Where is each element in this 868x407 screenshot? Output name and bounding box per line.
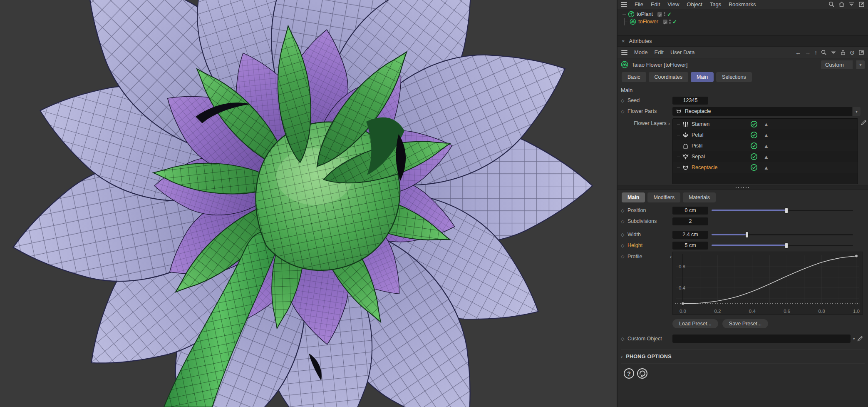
- hamburger-menu-icon[interactable]: [621, 2, 627, 7]
- menu-view[interactable]: View: [667, 1, 679, 7]
- param-diamond-icon[interactable]: ◇: [621, 254, 627, 259]
- object-name[interactable]: toPlant: [637, 11, 653, 17]
- layer-enabled-check-icon[interactable]: [750, 142, 758, 150]
- layer-solo-triangle-icon[interactable]: ▲: [764, 143, 769, 149]
- layer-solo-triangle-icon[interactable]: ▲: [764, 165, 769, 171]
- layer-toggle-icon[interactable]: [663, 20, 667, 24]
- svg-text:0.4: 0.4: [749, 309, 756, 314]
- layer-solo-triangle-icon[interactable]: ▲: [764, 132, 769, 138]
- param-diamond-icon[interactable]: ◇: [621, 336, 627, 342]
- enabled-check-icon[interactable]: ✓: [667, 11, 672, 17]
- custom-object-input[interactable]: [672, 335, 851, 343]
- 3d-viewport[interactable]: [0, 0, 617, 407]
- chevron-right-icon[interactable]: ›: [668, 120, 670, 127]
- close-icon[interactable]: ×: [622, 38, 625, 44]
- lock-icon[interactable]: [840, 50, 846, 55]
- layer-solo-triangle-icon[interactable]: ▲: [764, 121, 769, 127]
- subdivisions-input[interactable]: 2: [672, 217, 708, 225]
- param-diamond-icon[interactable]: ◇: [621, 232, 627, 237]
- forward-arrow-icon[interactable]: →: [805, 49, 811, 56]
- menu-edit[interactable]: Edit: [651, 1, 660, 7]
- menu-file[interactable]: File: [635, 1, 643, 7]
- height-input[interactable]: 5 cm: [672, 242, 708, 250]
- param-diamond-icon[interactable]: ◇: [621, 243, 627, 248]
- attr-menu-userdata[interactable]: User Data: [670, 49, 695, 55]
- pick-object-pencil-icon[interactable]: [857, 335, 863, 342]
- menu-object[interactable]: Object: [687, 1, 702, 7]
- filter-icon[interactable]: [831, 50, 836, 55]
- load-preset-button[interactable]: Load Preset...: [672, 319, 718, 328]
- slider-knob[interactable]: [746, 232, 748, 237]
- hamburger-menu-icon[interactable]: [621, 50, 627, 55]
- custom-object-dropdown-arrow[interactable]: ▾: [853, 337, 855, 341]
- track-object-icon[interactable]: ⊙: [850, 49, 855, 56]
- flower-parts-dropdown[interactable]: Receptacle: [672, 107, 852, 116]
- layer-solo-triangle-icon[interactable]: ▲: [764, 154, 769, 160]
- tab-coordinates[interactable]: Coordinates: [649, 72, 688, 82]
- param-diamond-icon[interactable]: ◇: [621, 219, 627, 224]
- pick-object-pencil-icon[interactable]: [861, 119, 867, 126]
- seed-input[interactable]: 12345: [672, 97, 708, 105]
- back-arrow-icon[interactable]: ←: [795, 49, 801, 56]
- layer-enabled-check-icon[interactable]: [750, 131, 758, 139]
- width-slider[interactable]: [712, 232, 853, 237]
- attr-menu-edit[interactable]: Edit: [655, 49, 664, 55]
- profile-curve-plot[interactable]: 0.00.20.40.60.81.00.40.8: [673, 252, 863, 315]
- layer-enabled-check-icon[interactable]: [750, 164, 758, 171]
- param-diamond-icon[interactable]: ◇: [621, 98, 627, 103]
- enabled-check-icon[interactable]: ✓: [672, 19, 677, 25]
- param-diamond-icon[interactable]: ◇: [621, 208, 627, 213]
- width-input[interactable]: 2.4 cm: [672, 231, 708, 239]
- object-name-selected[interactable]: toFlower: [638, 19, 658, 25]
- tab-selections[interactable]: Selections: [716, 72, 752, 82]
- visibility-dots-icon[interactable]: [669, 20, 671, 24]
- subtab-modifiers[interactable]: Modifiers: [647, 192, 680, 202]
- visibility-dots-icon[interactable]: [664, 12, 665, 16]
- home-icon[interactable]: [838, 1, 845, 7]
- tab-basic[interactable]: Basic: [622, 72, 646, 82]
- menu-bookmarks[interactable]: Bookmarks: [729, 1, 756, 7]
- slider-knob[interactable]: [785, 208, 788, 213]
- param-diamond-icon[interactable]: ◇: [621, 109, 627, 114]
- search-icon[interactable]: [821, 50, 827, 55]
- slider-knob[interactable]: [785, 243, 788, 248]
- object-row-toplant[interactable]: toPlant ✓: [620, 10, 868, 18]
- preset-dropdown[interactable]: Custom: [821, 60, 853, 69]
- layer-row-pistil[interactable]: Pistil ▲: [673, 140, 858, 151]
- reset-refresh-icon[interactable]: [637, 368, 648, 379]
- attr-menu-mode[interactable]: Mode: [634, 49, 648, 55]
- subtab-main[interactable]: Main: [622, 192, 645, 202]
- panel-resize-handle[interactable]: [618, 185, 868, 190]
- tab-main[interactable]: Main: [691, 72, 714, 82]
- attributes-menubar: Mode Edit User Data ← → ↑ ⊙: [618, 47, 868, 58]
- layer-row-petal[interactable]: Petal ▲: [673, 130, 858, 140]
- layer-enabled-check-icon[interactable]: [750, 153, 758, 160]
- layer-enabled-check-icon[interactable]: [750, 120, 758, 128]
- new-window-icon[interactable]: [858, 1, 865, 7]
- up-arrow-icon[interactable]: ↑: [814, 49, 817, 56]
- flower-layers-list: Stamen ▲ Petal ▲ Pistil ▲: [672, 118, 858, 184]
- flower-parts-dropdown-arrow[interactable]: ▾: [852, 107, 861, 116]
- new-window-icon[interactable]: [858, 50, 864, 55]
- layer-name: Stamen: [692, 121, 742, 127]
- help-icon[interactable]: ?: [623, 368, 635, 379]
- svg-text:?: ?: [627, 370, 631, 377]
- preset-dropdown-arrow[interactable]: ▾: [856, 60, 865, 69]
- flower-parts-value: Receptacle: [685, 108, 711, 114]
- position-input[interactable]: 0 cm: [672, 207, 708, 215]
- subtab-materials[interactable]: Materials: [683, 192, 716, 202]
- filter-icon[interactable]: [848, 1, 855, 7]
- profile-curve-editor[interactable]: 0.00.20.40.60.81.00.40.8: [672, 252, 863, 315]
- layer-row-sepal[interactable]: Sepal ▲: [673, 151, 858, 162]
- layer-toggle-icon[interactable]: [657, 12, 662, 17]
- height-slider[interactable]: [712, 242, 853, 248]
- position-slider[interactable]: [712, 207, 853, 213]
- save-preset-button[interactable]: Save Preset...: [722, 319, 769, 328]
- layer-row-stamen[interactable]: Stamen ▲: [673, 119, 858, 130]
- subdivisions-row: ◇ Subdivisions 2: [618, 216, 868, 227]
- search-icon[interactable]: [828, 1, 835, 7]
- phong-options-header[interactable]: › PHONG OPTIONS: [618, 350, 868, 363]
- menu-tags[interactable]: Tags: [710, 1, 721, 7]
- object-row-toflower[interactable]: toFlower ✓: [620, 18, 868, 25]
- layer-row-receptacle[interactable]: Receptacle ▲: [673, 162, 858, 173]
